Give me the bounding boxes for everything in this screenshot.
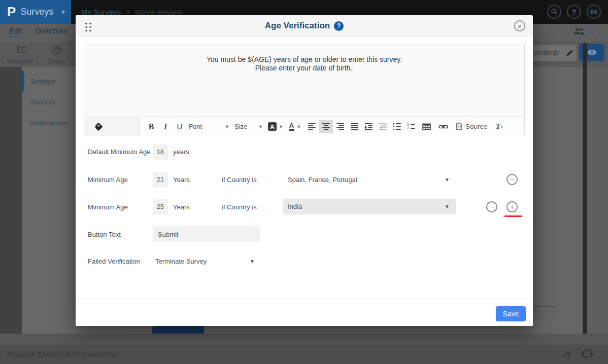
survey-url-field[interactable]: questionpr: [526, 45, 577, 61]
rule2-min-age-label: Minimum Age: [88, 203, 128, 211]
editor-line-1: You must be ${AGE} years of age or older…: [84, 55, 524, 64]
rule1-age-input[interactable]: [153, 172, 168, 187]
message-editor: You must be ${AGE} years of age or older…: [84, 45, 525, 135]
text-color-icon: A: [289, 122, 294, 131]
font-family-dropdown[interactable]: Font ▼: [187, 120, 232, 133]
link-icon: [438, 124, 448, 129]
sparkles-icon[interactable]: [562, 349, 572, 359]
editor-toolbar: B I U Font ▼ Size ▼ A ▼ A ▼: [84, 117, 524, 136]
text-color-button[interactable]: A ▼: [285, 120, 305, 133]
tab-edit[interactable]: Edit: [9, 26, 22, 35]
numbered-list-icon: 1 2: [407, 124, 415, 129]
edit-pencil-icon[interactable]: [566, 49, 573, 57]
editor-line-2: Please enter your date of birth.: [84, 64, 524, 72]
support-chat-icon[interactable]: [581, 349, 594, 360]
rule1-remove-button[interactable]: −: [506, 174, 518, 185]
chevron-down-icon: ▼: [250, 259, 255, 264]
design-palette-icon: [51, 45, 63, 56]
bulleted-list-button[interactable]: [390, 120, 404, 133]
survey-url-value: questionpr: [530, 49, 566, 56]
breadcrumb-current: Movie Review: [135, 8, 182, 16]
questionpro-logo: P: [7, 4, 16, 20]
bold-button[interactable]: B: [144, 120, 158, 133]
toolbar-tag-section: [84, 117, 140, 136]
left-rail: [0, 67, 22, 334]
merge-tag-icon[interactable]: [94, 122, 103, 131]
default-min-age-label: Default Minimum Age: [88, 148, 151, 156]
align-center-icon: [322, 123, 330, 130]
rule1-min-age-label: Minimum Age: [88, 176, 128, 184]
bg-color-icon: A: [268, 122, 277, 131]
failed-verification-label: Failed Verification: [88, 258, 140, 265]
default-min-age-input[interactable]: [153, 144, 168, 160]
background-color-button[interactable]: A ▼: [266, 120, 285, 133]
chevron-down-icon: ▼: [445, 204, 450, 209]
source-code-icon: [456, 123, 462, 130]
design-label: Design: [41, 58, 73, 64]
italic-button[interactable]: I: [158, 120, 173, 133]
align-left-button[interactable]: [305, 120, 319, 133]
source-button[interactable]: Source: [452, 120, 491, 133]
chevron-down-icon: ▼: [225, 124, 229, 129]
product-name: Surveys: [20, 7, 53, 17]
rule1-country-dropdown[interactable]: Spain, France, Portugal ▼: [283, 172, 456, 188]
rule2-age-input[interactable]: [153, 199, 168, 214]
table-icon: [422, 123, 431, 130]
search-button[interactable]: [547, 5, 561, 19]
rule2-condition: if Country is: [222, 203, 257, 211]
chevron-down-icon: ▼: [445, 177, 450, 183]
insert-table-button[interactable]: [418, 120, 434, 133]
editor-content[interactable]: You must be ${AGE} years of age or older…: [84, 45, 524, 117]
failed-verification-dropdown[interactable]: Terminate Survey ▼: [155, 253, 255, 269]
app-footer: Research Edition ©2025 QuestionPro: [0, 345, 608, 364]
modal-title: Age Verification: [265, 21, 330, 31]
respondent-count: 0: [590, 27, 594, 35]
background-divider: [533, 306, 556, 307]
workspace-icon: [15, 45, 26, 56]
respondent-counter[interactable]: 0: [573, 27, 594, 35]
button-text-label: Button Text: [88, 231, 121, 238]
increase-indent-button[interactable]: [361, 120, 376, 133]
justify-button[interactable]: [347, 120, 361, 133]
numbered-list-button[interactable]: 1 2: [404, 120, 418, 133]
chevron-down-icon: ▼: [296, 124, 301, 129]
decrease-indent-icon: [379, 123, 387, 130]
lower-band: [0, 334, 608, 345]
modal-header: Age Verification ? ×: [76, 15, 533, 37]
breadcrumb-my-surveys[interactable]: My Surveys: [81, 8, 121, 16]
tab-distribute[interactable]: Distribute: [36, 26, 67, 35]
align-left-icon: [308, 123, 316, 130]
age-verification-modal: Age Verification ? × You must be ${AGE} …: [76, 15, 533, 326]
remove-format-button[interactable]: T×: [491, 120, 508, 133]
text-cursor: [353, 65, 353, 71]
default-min-age-unit: years: [173, 148, 189, 156]
people-icon: [573, 27, 585, 35]
avatar-initials: SS: [590, 9, 598, 15]
tab-edit-active-underline: [8, 36, 22, 37]
rule1-unit: Years: [173, 176, 190, 184]
rule2-remove-button[interactable]: −: [486, 201, 497, 212]
underline-button[interactable]: U: [173, 120, 187, 133]
background-save-button: [152, 326, 204, 334]
modal-help-icon[interactable]: ?: [334, 21, 344, 31]
chevron-down-icon: ▼: [258, 124, 263, 129]
font-size-dropdown[interactable]: Size ▼: [232, 120, 266, 133]
product-switcher[interactable]: P Surveys ▼: [0, 0, 71, 24]
button-text-input[interactable]: [153, 226, 260, 242]
align-center-button[interactable]: [319, 120, 333, 133]
question-mark-icon: ?: [571, 8, 576, 16]
design-button[interactable]: Design: [41, 45, 73, 64]
add-rule-button[interactable]: +: [506, 201, 518, 212]
add-rule-highlight: [504, 215, 522, 217]
user-avatar[interactable]: SS: [587, 5, 601, 19]
bulleted-list-icon: [393, 123, 401, 130]
insert-link-button[interactable]: [434, 120, 452, 133]
chevron-down-icon: ▼: [279, 124, 283, 129]
close-icon[interactable]: ×: [514, 20, 525, 31]
help-button[interactable]: ?: [567, 5, 581, 19]
align-right-button[interactable]: [333, 120, 347, 133]
scrollbar-track[interactable]: [583, 43, 587, 334]
workspace-button[interactable]: Workspace: [4, 45, 37, 64]
save-button[interactable]: Save: [496, 306, 526, 321]
rule2-country-dropdown[interactable]: India ▼: [283, 199, 456, 214]
